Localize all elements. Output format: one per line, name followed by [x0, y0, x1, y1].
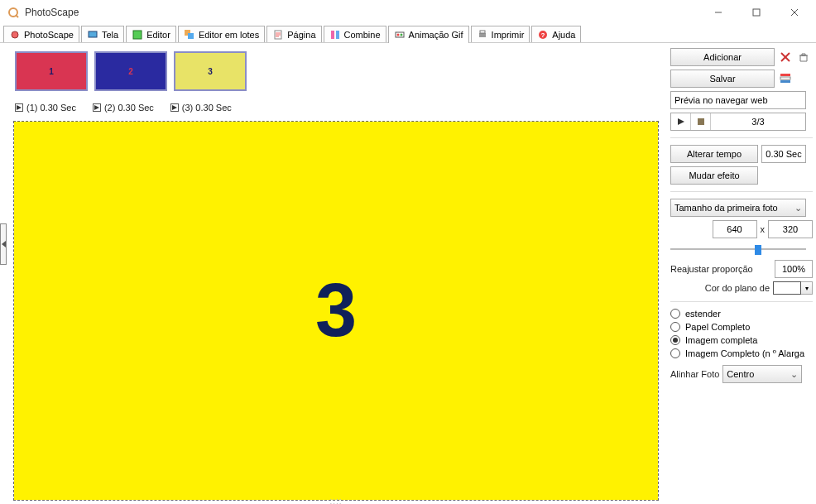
tab-label: Combine — [344, 30, 381, 40]
screen-icon — [87, 29, 98, 41]
button-label: Salvar — [709, 74, 735, 84]
left-pane: 1 2 3 (1) 0.30 Sec (2) 0.30 Sec (3) 0.30… — [0, 43, 667, 504]
frame-label: (2) 0.30 Sec — [104, 103, 154, 113]
slider-thumb[interactable] — [755, 245, 761, 255]
page-icon — [272, 29, 284, 41]
add-button[interactable]: Adicionar — [670, 48, 775, 66]
svg-rect-6 — [89, 31, 97, 37]
thumb-number: 1 — [49, 67, 54, 76]
radio-icon — [670, 309, 680, 319]
title-bar: PhotoScape — [0, 0, 816, 25]
separator — [670, 191, 813, 192]
chevron-down-icon: ⌄ — [794, 203, 802, 214]
app-title: PhotoScape — [25, 7, 79, 18]
stop-button[interactable] — [691, 113, 711, 130]
size-mode-select[interactable]: Tamanho da primeira foto ⌄ — [670, 199, 806, 217]
tab-label: Imprimir — [492, 30, 525, 40]
fit-full-image-nowide-radio[interactable]: Imagem Completo (n º Alarga — [670, 348, 813, 358]
tab-label: Editor em lotes — [199, 30, 259, 40]
maximize-button[interactable] — [745, 4, 768, 21]
slider-track — [670, 248, 806, 250]
svg-rect-9 — [188, 33, 194, 39]
frame-timing-3[interactable]: (3) 0.30 Sec — [170, 103, 232, 113]
bg-color-dropdown[interactable]: ▾ — [801, 281, 813, 295]
value-text: 0.30 Sec — [766, 149, 801, 159]
app-icon — [7, 6, 20, 19]
tab-tela[interactable]: Tela — [81, 26, 124, 42]
frame-thumb-1[interactable]: 1 — [15, 51, 88, 91]
status-text: Prévia no navegar web — [674, 95, 768, 105]
right-panel: Adicionar Salvar Prévia no navegar web 3… — [667, 43, 816, 504]
frame-thumb-3[interactable]: 3 — [174, 51, 247, 91]
radio-icon — [670, 348, 680, 358]
tab-ajuda[interactable]: ? Ajuda — [531, 26, 581, 42]
close-button[interactable] — [783, 4, 806, 21]
readjust-label: Reajustar proporção — [670, 264, 753, 274]
svg-point-14 — [396, 34, 399, 36]
size-slider[interactable] — [670, 243, 806, 255]
separator — [670, 301, 813, 302]
layers-stack-button[interactable] — [778, 71, 793, 86]
change-time-button[interactable]: Alterar tempo — [670, 145, 758, 163]
tab-label: PhotoScape — [24, 30, 74, 40]
window-controls — [707, 4, 809, 21]
svg-marker-22 — [94, 105, 99, 110]
value-text: 320 — [783, 224, 798, 234]
tab-label: Animação Gif — [409, 30, 463, 40]
svg-rect-7 — [133, 31, 142, 39]
percent-box[interactable]: 100% — [775, 260, 813, 278]
combine-icon — [329, 29, 341, 41]
tab-photoscape[interactable]: PhotoScape — [3, 26, 79, 42]
preview-canvas[interactable]: 3 — [14, 122, 658, 500]
svg-rect-26 — [780, 74, 790, 76]
remove-frame-button[interactable] — [778, 50, 793, 65]
fit-extend-radio[interactable]: estender — [670, 309, 813, 319]
save-button[interactable]: Salvar — [670, 70, 775, 88]
svg-point-15 — [400, 34, 402, 36]
radio-label: estender — [685, 309, 721, 319]
button-label: Adicionar — [703, 52, 742, 62]
tab-editor[interactable]: Editor — [126, 26, 176, 42]
frame-timing-2[interactable]: (2) 0.30 Sec — [93, 103, 154, 113]
tab-editor-lotes[interactable]: Editor em lotes — [178, 26, 265, 42]
minimize-button[interactable] — [707, 4, 730, 21]
tab-pagina[interactable]: Página — [266, 26, 321, 42]
value-text: 640 — [727, 224, 742, 234]
print-icon — [477, 29, 488, 41]
tab-label: Ajuda — [552, 30, 575, 40]
frame-counter: 3/3 — [711, 117, 805, 127]
time-value-box[interactable]: 0.30 Sec — [761, 145, 806, 163]
bg-color-label: Cor do plano de — [670, 283, 770, 293]
radio-label: Papel Completo — [685, 322, 750, 332]
tab-imprimir[interactable]: Imprimir — [471, 26, 530, 42]
batch-icon — [184, 29, 195, 41]
play-icon — [170, 103, 179, 112]
frame-thumb-2[interactable]: 2 — [94, 51, 167, 91]
align-photo-select[interactable]: Centro ⌄ — [722, 365, 802, 383]
height-box[interactable]: 320 — [768, 220, 813, 238]
bg-color-swatch[interactable] — [773, 281, 801, 295]
fit-full-image-radio[interactable]: Imagem completa — [670, 335, 813, 345]
clear-frames-button[interactable] — [796, 50, 811, 65]
frame-timing-row: (1) 0.30 Sec (2) 0.30 Sec (3) 0.30 Sec — [13, 99, 664, 121]
frame-label: (1) 0.30 Sec — [26, 103, 76, 113]
svg-rect-2 — [753, 9, 760, 16]
change-effect-button[interactable]: Mudar efeito — [670, 166, 758, 185]
radio-label: Imagem completa — [685, 335, 757, 345]
fit-full-paper-radio[interactable]: Papel Completo — [670, 322, 813, 332]
radio-icon — [670, 322, 680, 332]
preview-web-box[interactable]: Prévia no navegar web — [670, 91, 806, 109]
editor-icon — [132, 29, 143, 41]
tab-animacao-gif[interactable]: Animação Gif — [388, 26, 469, 43]
thumb-number: 2 — [128, 67, 133, 76]
tab-strip: PhotoScape Tela Editor Editor em lotes P… — [0, 25, 816, 43]
button-label: Mudar efeito — [689, 170, 739, 180]
frame-timing-1[interactable]: (1) 0.30 Sec — [15, 103, 76, 113]
resize-handle[interactable]: :::: — [329, 497, 342, 504]
preview-canvas-wrap: 3 :::: — [13, 121, 659, 501]
play-icon — [93, 103, 101, 112]
play-button[interactable] — [671, 113, 691, 130]
tab-combine[interactable]: Combine — [324, 26, 386, 42]
width-box[interactable]: 640 — [713, 220, 757, 238]
svg-rect-27 — [780, 77, 790, 79]
